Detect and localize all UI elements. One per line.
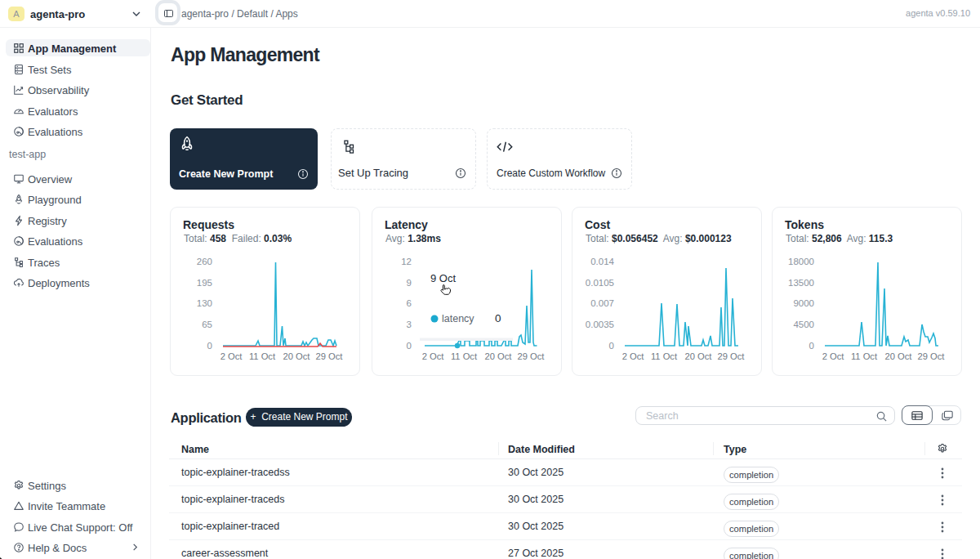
svg-text:0: 0 xyxy=(407,341,412,351)
svg-text:20 Oct: 20 Oct xyxy=(485,351,513,361)
svg-text:2 Oct: 2 Oct xyxy=(220,351,243,361)
svg-text:2 Oct: 2 Oct xyxy=(422,351,445,361)
svg-text:11 Oct: 11 Oct xyxy=(651,351,678,361)
svg-text:0.014: 0.014 xyxy=(590,257,614,266)
svg-text:11 Oct: 11 Oct xyxy=(249,351,276,361)
svg-text:130: 130 xyxy=(197,298,212,308)
svg-text:20 Oct: 20 Oct xyxy=(885,351,913,361)
svg-text:9: 9 xyxy=(407,278,412,288)
svg-text:29 Oct: 29 Oct xyxy=(918,351,946,361)
svg-text:0.0035: 0.0035 xyxy=(586,320,614,329)
svg-text:11 Oct: 11 Oct xyxy=(451,351,478,361)
svg-text:6: 6 xyxy=(407,298,412,308)
svg-text:195: 195 xyxy=(197,278,212,288)
svg-text:29 Oct: 29 Oct xyxy=(718,351,746,361)
svg-text:11 Oct: 11 Oct xyxy=(851,351,878,361)
svg-text:0: 0 xyxy=(609,341,614,351)
svg-text:20 Oct: 20 Oct xyxy=(283,351,311,361)
svg-text:9 Oct: 9 Oct xyxy=(430,272,456,284)
svg-text:13500: 13500 xyxy=(788,278,814,288)
svg-text:0: 0 xyxy=(207,341,212,351)
svg-text:0: 0 xyxy=(809,341,814,351)
svg-text:4500: 4500 xyxy=(793,320,814,329)
svg-text:29 Oct: 29 Oct xyxy=(518,351,546,361)
svg-text:0.0105: 0.0105 xyxy=(586,278,614,288)
svg-text:2 Oct: 2 Oct xyxy=(822,351,845,361)
svg-text:2 Oct: 2 Oct xyxy=(622,351,645,361)
svg-text:12: 12 xyxy=(401,257,412,266)
svg-text:3: 3 xyxy=(407,320,412,329)
svg-text:29 Oct: 29 Oct xyxy=(316,351,344,361)
svg-text:20 Oct: 20 Oct xyxy=(685,351,713,361)
svg-text:0.007: 0.007 xyxy=(590,298,614,308)
svg-text:9000: 9000 xyxy=(793,298,814,308)
svg-text:65: 65 xyxy=(202,320,212,329)
svg-text:260: 260 xyxy=(197,257,212,266)
svg-text:latency: latency xyxy=(442,313,474,324)
svg-text:0: 0 xyxy=(495,312,501,324)
svg-text:18000: 18000 xyxy=(788,257,814,266)
